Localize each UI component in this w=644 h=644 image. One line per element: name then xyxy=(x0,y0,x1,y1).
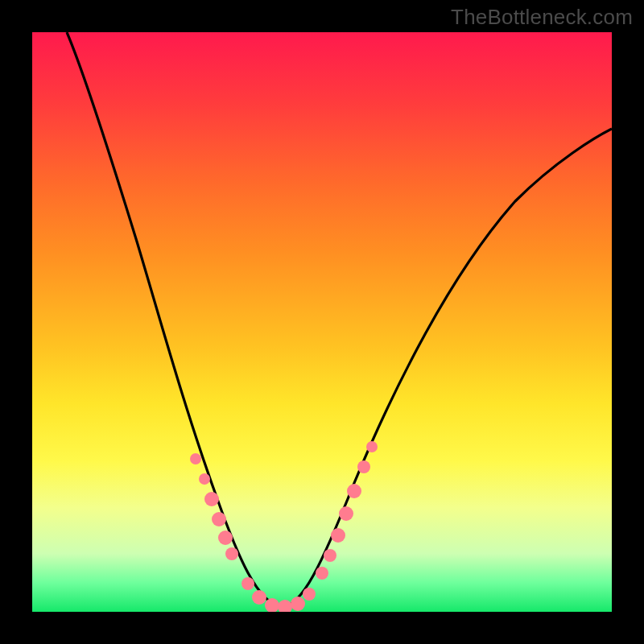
bottleneck-curve xyxy=(67,32,612,607)
svg-point-11 xyxy=(303,588,316,601)
svg-point-5 xyxy=(225,547,238,560)
chart-stage: TheBottleneck.com xyxy=(0,0,644,644)
watermark-text: TheBottleneck.com xyxy=(451,5,633,30)
optimal-range-highlight xyxy=(190,441,378,612)
svg-point-9 xyxy=(278,600,292,612)
svg-point-10 xyxy=(291,597,305,611)
plot-area xyxy=(32,32,612,612)
svg-point-0 xyxy=(190,453,201,464)
svg-point-13 xyxy=(324,549,336,562)
svg-point-14 xyxy=(331,528,345,543)
svg-point-15 xyxy=(339,506,353,521)
svg-point-3 xyxy=(212,512,226,526)
svg-point-12 xyxy=(316,567,328,580)
svg-point-6 xyxy=(242,577,254,590)
svg-point-1 xyxy=(199,473,210,485)
curve-layer xyxy=(32,32,612,612)
svg-point-17 xyxy=(357,460,370,473)
svg-point-16 xyxy=(347,484,361,498)
svg-point-7 xyxy=(252,590,266,605)
svg-point-4 xyxy=(218,530,233,545)
svg-point-18 xyxy=(366,441,378,452)
svg-point-2 xyxy=(204,492,219,506)
